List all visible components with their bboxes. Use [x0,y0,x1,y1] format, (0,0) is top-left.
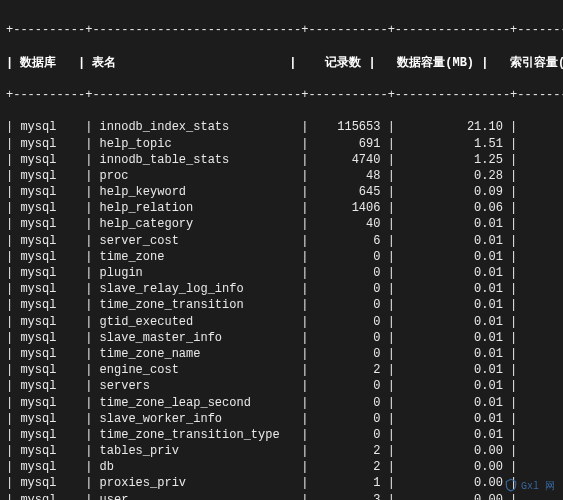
table-row: | mysql | slave_worker_info | 0 | 0.01 |… [6,411,557,427]
separator-top: +----------+----------------------------… [6,22,557,38]
table-row: | mysql | help_topic | 691 | 1.51 | 0.07… [6,136,557,152]
data-rows: | mysql | innodb_index_stats | 115653 | … [6,119,557,500]
table-row: | mysql | user | 3 | 0.00 | 0.00 | [6,492,557,500]
table-row: | mysql | innodb_index_stats | 115653 | … [6,119,557,135]
table-row: | mysql | time_zone | 0 | 0.01 | 0.00 | [6,249,557,265]
table-row: | mysql | proxies_priv | 1 | 0.00 | 0.00… [6,475,557,491]
table-row: | mysql | slave_relay_log_info | 0 | 0.0… [6,281,557,297]
table-row: | mysql | server_cost | 6 | 0.01 | 0.00 … [6,233,557,249]
separator-mid: +----------+----------------------------… [6,87,557,103]
watermark-text: Gxl 网 [521,480,555,494]
watermark: Gxl 网 [504,478,555,497]
table-row: | mysql | plugin | 0 | 0.01 | 0.00 | [6,265,557,281]
table-row: | mysql | help_category | 40 | 0.01 | 0.… [6,216,557,232]
table-row: | mysql | innodb_table_stats | 4740 | 1.… [6,152,557,168]
table-row: | mysql | time_zone_transition_type | 0 … [6,427,557,443]
table-row: | mysql | gtid_executed | 0 | 0.01 | 0.0… [6,314,557,330]
table-row: | mysql | slave_master_info | 0 | 0.01 |… [6,330,557,346]
table-row: | mysql | time_zone_leap_second | 0 | 0.… [6,395,557,411]
table-row: | mysql | tables_priv | 2 | 0.00 | 0.00 … [6,443,557,459]
shield-icon [504,478,518,497]
table-row: | mysql | engine_cost | 2 | 0.01 | 0.00 … [6,362,557,378]
table-row: | mysql | help_relation | 1406 | 0.06 | … [6,200,557,216]
terminal-output: +----------+----------------------------… [0,0,563,500]
table-row: | mysql | proc | 48 | 0.28 | 0.00 | [6,168,557,184]
table-row: | mysql | time_zone_transition | 0 | 0.0… [6,297,557,313]
table-row: | mysql | db | 2 | 0.00 | 0.00 | [6,459,557,475]
table-row: | mysql | time_zone_name | 0 | 0.01 | 0.… [6,346,557,362]
table-row: | mysql | help_keyword | 645 | 0.09 | 0.… [6,184,557,200]
header-row: | 数据库 | 表名 | 记录数 | 数据容量(MB) | 索引容量(MB) | [6,55,557,71]
table-row: | mysql | servers | 0 | 0.01 | 0.00 | [6,378,557,394]
